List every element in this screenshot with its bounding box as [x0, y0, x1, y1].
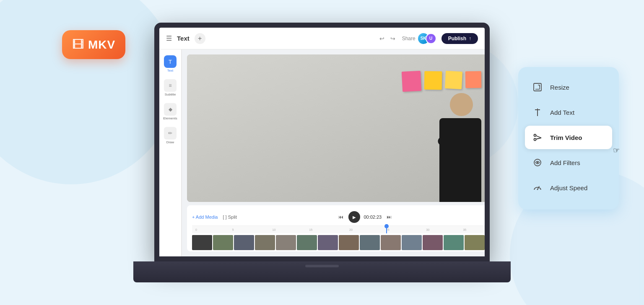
laptop-base	[133, 261, 511, 282]
thumb-1	[192, 235, 212, 250]
video-canvas	[187, 54, 485, 202]
prev-button[interactable]: ⏮	[337, 212, 345, 222]
next-button[interactable]: ⏭	[385, 212, 393, 222]
svg-line-14	[540, 188, 541, 189]
timeline-controls: + Add Media [ ] Split ⏮ ▶ 00:02:23 ⏭ 🔊 F…	[192, 209, 485, 226]
trim-video-label: Trim Video	[550, 134, 582, 141]
feature-add-text[interactable]: Add Text	[525, 101, 612, 124]
page-title: Text	[177, 35, 190, 42]
left-nav-column: T Text ≡ Subtitle ◆ Elements ✏ Draw	[159, 49, 182, 256]
share-label: Share	[402, 36, 415, 41]
laptop-mockup: ☰ Text + ↩ ↪ Share SK U	[133, 23, 511, 282]
feature-trim-video[interactable]: Trim Video ☞	[525, 126, 612, 149]
feature-adjust-speed[interactable]: Adjust Speed	[525, 176, 612, 199]
scissors-icon	[531, 131, 544, 144]
nav-item-subtitle[interactable]: ≡ Subtitle	[159, 77, 181, 99]
thumb-11	[402, 235, 422, 250]
ruler-mark-10: 10	[273, 228, 276, 231]
time-display: 00:02:23	[364, 215, 382, 220]
timeline-track	[192, 235, 485, 250]
subtitle-nav-label: Subtitle	[165, 93, 176, 96]
text-nav-icon: T	[164, 55, 177, 68]
add-button[interactable]: +	[195, 33, 205, 44]
feature-add-filters[interactable]: Add Filters	[525, 151, 612, 174]
nav-item-draw[interactable]: ✏ Draw	[159, 124, 181, 147]
share-area: Share SK U	[402, 33, 436, 44]
svg-line-7	[536, 136, 542, 138]
add-filters-label: Add Filters	[550, 159, 580, 166]
add-text-icon	[531, 106, 544, 119]
menu-icon[interactable]: ☰	[166, 34, 172, 42]
svg-line-8	[536, 138, 542, 139]
timeline-area: + Add Media [ ] Split ⏮ ▶ 00:02:23 ⏭ 🔊 F…	[187, 205, 485, 251]
publish-icon: ↑	[469, 36, 471, 41]
timeline-ruler: 0 5 10 15 20 25 30 35 40	[192, 226, 485, 233]
playhead-head	[385, 224, 388, 227]
subtitle-nav-icon: ≡	[164, 79, 177, 92]
add-text-label: Add Text	[550, 109, 574, 116]
thumb-2	[213, 235, 233, 250]
nav-item-text[interactable]: T Text	[159, 53, 181, 75]
top-bar-left: ☰ Text +	[166, 33, 373, 44]
thumb-10	[381, 235, 401, 250]
filters-icon	[531, 156, 544, 169]
thumb-13	[444, 235, 464, 250]
video-area: + Add Media [ ] Split ⏮ ▶ 00:02:23 ⏭ 🔊 F…	[182, 49, 485, 256]
sticky-yellow1	[424, 71, 442, 90]
ruler-mark-5: 5	[232, 228, 234, 231]
publish-button[interactable]: Publish ↑	[441, 33, 478, 44]
ruler-mark-20: 20	[349, 228, 353, 231]
resize-label: Resize	[550, 84, 569, 91]
thumb-9	[360, 235, 380, 250]
thumb-8	[339, 235, 359, 250]
draw-nav-label: Draw	[166, 140, 174, 144]
top-bar: ☰ Text + ↩ ↪ Share SK U	[159, 28, 485, 49]
feature-menu: Resize Add Text Trim Video ☞	[518, 67, 619, 209]
elements-nav-label: Elements	[163, 116, 177, 120]
resize-icon	[531, 80, 544, 94]
film-icon: 🎞	[72, 38, 84, 52]
screen-main: T Text ≡ Subtitle ◆ Elements ✏ Draw	[159, 49, 485, 256]
nav-item-elements[interactable]: ◆ Elements	[159, 101, 181, 123]
ruler-mark-15: 15	[309, 228, 312, 231]
thumb-3	[234, 235, 254, 250]
adjust-speed-label: Adjust Speed	[550, 184, 587, 191]
speed-icon	[531, 181, 544, 194]
svg-point-6	[534, 139, 536, 141]
play-button[interactable]: ▶	[348, 211, 360, 223]
mkv-label: MKV	[88, 38, 115, 52]
ruler-mark-35: 35	[463, 228, 466, 231]
thumb-14	[465, 235, 485, 250]
sticky-yellow2	[445, 71, 462, 89]
app-window: ☰ Text + ↩ ↪ Share SK U	[159, 28, 485, 256]
text-nav-label: Text	[167, 69, 174, 72]
svg-point-12	[537, 189, 538, 190]
add-media-button[interactable]: + Add Media	[192, 215, 218, 220]
ruler-mark-0: 0	[195, 228, 197, 231]
split-button[interactable]: [ ] Split	[223, 215, 237, 220]
mkv-badge: 🎞 MKV	[62, 30, 125, 59]
thumb-6	[297, 235, 317, 250]
cursor-pointer-icon: ☞	[613, 146, 620, 155]
redo-button[interactable]: ↪	[389, 34, 397, 44]
top-bar-right: ↩ ↪ Share SK U Publish ↑	[378, 33, 478, 44]
sticky-pink	[402, 71, 421, 92]
playhead	[386, 226, 387, 233]
thumb-5	[276, 235, 296, 250]
thumb-7	[318, 235, 338, 250]
feature-resize[interactable]: Resize	[525, 75, 612, 99]
thumb-12	[423, 235, 443, 250]
ruler-mark-30: 30	[426, 228, 430, 231]
sticky-orange	[465, 71, 482, 88]
avatar-user2: U	[426, 33, 436, 44]
undo-redo-group: ↩ ↪	[378, 34, 397, 44]
svg-rect-0	[534, 83, 541, 91]
svg-line-13	[535, 188, 535, 189]
sticky-notes-area	[402, 71, 481, 91]
elements-nav-icon: ◆	[164, 103, 177, 116]
laptop-screen: ☰ Text + ↩ ↪ Share SK U	[154, 23, 490, 261]
playback-controls: ⏮ ▶ 00:02:23 ⏭	[242, 211, 485, 223]
draw-nav-icon: ✏	[164, 127, 177, 140]
video-placeholder	[187, 54, 485, 202]
undo-button[interactable]: ↩	[378, 34, 386, 44]
